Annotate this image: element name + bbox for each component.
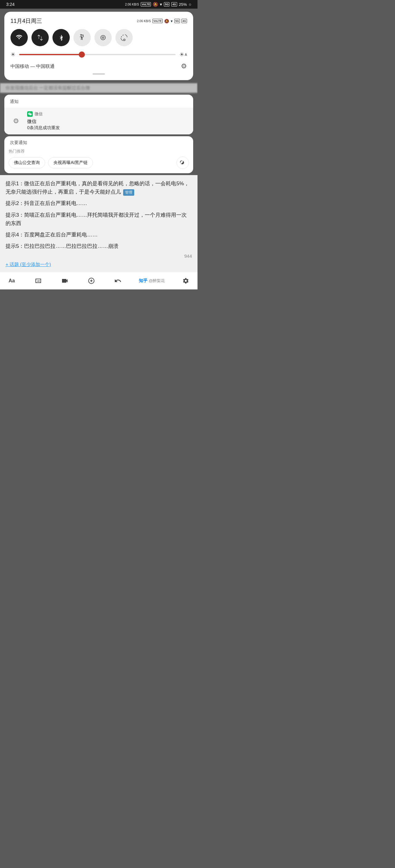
- battery-icon: ○: [189, 2, 191, 7]
- add-icon[interactable]: [86, 275, 97, 286]
- volte-icon: VoLTE: [141, 2, 151, 6]
- signal-4g-icon: 4G: [171, 2, 177, 6]
- video-icon[interactable]: [59, 275, 70, 286]
- qs-mute: 🔕: [164, 19, 169, 24]
- brightness-row: ☀ ☀A: [10, 51, 187, 58]
- hot-buttons-row: 佛山公交查询 央视再曝AI黑产链: [9, 157, 189, 169]
- brightness-slider[interactable]: [19, 54, 176, 55]
- settings-icon[interactable]: ⚙: [181, 62, 187, 70]
- flashlight-toggle[interactable]: [74, 29, 91, 46]
- toolbar-brand-handle: @醉梨花: [149, 278, 165, 284]
- qs-drag-handle: [92, 73, 105, 74]
- qs-5g: 5G: [174, 19, 180, 23]
- status-right-icons: 2.06 KB/S VoLTE 🔕 ▾ 5G 4G 25% ○: [125, 2, 191, 7]
- carrier-text: 中国移动 — 中国联通: [10, 63, 55, 69]
- qs-volte: VoLTE: [152, 19, 163, 23]
- notification-panel: 通知 ⚙ 微信 微信 0条消息成功重发: [4, 95, 193, 134]
- notif-msg-body: 0条消息成功重发: [27, 125, 188, 131]
- hotspot-toggle[interactable]: [94, 29, 112, 46]
- wifi-toggle[interactable]: [10, 29, 28, 46]
- content-paragraph-2: 提示2：抖音正在后台严重耗电……: [5, 199, 192, 208]
- content-paragraph-5: 提示5：巴拉巴拉巴拉……巴拉巴拉巴拉……崩溃: [5, 242, 192, 250]
- secondary-notification-panel: 次要通知 热门推荐 佛山公交查询 央视再曝AI黑产链: [4, 136, 193, 173]
- qs-4g: 4G: [181, 19, 187, 23]
- blurred-partial-text: 你发现微信后台 一定都没有提醒过后台微: [0, 83, 198, 93]
- brightness-low-icon: ☀: [10, 51, 16, 58]
- image-icon[interactable]: [33, 275, 44, 286]
- undo-icon[interactable]: [112, 275, 123, 286]
- content-area: 提示1：微信正在后台严重耗电，真的是看得见的耗，忽略的话，一会耗电5%，无奈只能…: [0, 175, 198, 272]
- notif-settings-icon[interactable]: ⚙: [13, 117, 19, 125]
- brightness-thumb[interactable]: [79, 52, 85, 58]
- brightness-high-icon: ☀A: [179, 51, 187, 58]
- content-paragraph-4: 提示4：百度网盘正在后台严重耗电……: [5, 230, 192, 239]
- notif-msg-title: 微信: [27, 119, 188, 125]
- qs-footer: 中国移动 — 中国联通 ⚙: [10, 62, 187, 70]
- wifi-status-icon: ▾: [160, 2, 162, 7]
- qs-network-speed: 2.06 KB/S: [137, 20, 151, 23]
- toolbar-brand: 知乎 @醉梨花: [139, 278, 165, 284]
- qs-status-icons: 2.06 KB/S VoLTE 🔕 ▾ 5G 4G: [137, 19, 187, 24]
- search-icon-btn[interactable]: [176, 157, 189, 169]
- hot-label: 热门推荐: [9, 149, 189, 154]
- notification-section-title: 通知: [4, 99, 193, 107]
- quick-settings-panel: 11月4日周三 2.06 KB/S VoLTE 🔕 ▾ 5G 4G: [4, 12, 193, 80]
- status-bar: 3:24 2.06 KB/S VoLTE 🔕 ▾ 5G 4G 25% ○: [0, 0, 198, 9]
- bluetooth-toggle[interactable]: [53, 29, 70, 46]
- qs-wifi: ▾: [171, 19, 173, 24]
- toolbar-brand-logo: 知乎: [139, 278, 147, 284]
- mute-icon: 🔕: [153, 2, 158, 7]
- notification-item[interactable]: ⚙ 微信 微信 0条消息成功重发: [4, 107, 193, 134]
- hot-btn-ai[interactable]: 央视再曝AI黑产链: [48, 157, 93, 168]
- hot-btn-bus[interactable]: 佛山公交查询: [9, 157, 45, 168]
- data-toggle[interactable]: [31, 29, 49, 46]
- bottom-toolbar: Aa 知乎 @醉梨花: [0, 272, 198, 289]
- secondary-notif-header: 次要通知: [4, 136, 193, 149]
- notif-app-row: 微信: [27, 111, 188, 117]
- notif-settings-col: ⚙: [9, 111, 23, 131]
- signal-5g-icon: 5G: [164, 2, 169, 6]
- font-style-icon[interactable]: Aa: [6, 275, 17, 286]
- brightness-fill: [19, 54, 82, 55]
- network-speed: 2.06 KB/S: [125, 3, 139, 6]
- content-paragraph-3: 提示3：简喵正在后台严重耗电……拜托简喵我开都没开过，一个月难得用一次的东西: [5, 211, 192, 227]
- qs-date: 11月4日周三: [10, 17, 42, 25]
- hot-section: 热门推荐 佛山公交查询 央视再曝AI黑产链: [4, 149, 193, 173]
- rotate-toggle[interactable]: [115, 29, 133, 46]
- content-paragraph-1: 提示1：微信正在后台严重耗电，真的是看得见的耗，忽略的话，一会耗电5%，无奈只能…: [5, 179, 192, 196]
- notif-app-name: 微信: [34, 111, 43, 117]
- toolbar-settings-icon[interactable]: [180, 275, 191, 286]
- battery-text: 25%: [179, 2, 187, 7]
- notif-content: 微信 微信 0条消息成功重发: [27, 111, 188, 131]
- manage-badge[interactable]: 管理: [123, 189, 134, 196]
- topic-link[interactable]: + 话题 (至少添加一个): [5, 262, 192, 268]
- qs-toggles: [10, 29, 187, 46]
- wechat-app-icon: [27, 111, 33, 117]
- content-counter: 944: [5, 253, 192, 258]
- qs-header: 11月4日周三 2.06 KB/S VoLTE 🔕 ▾ 5G 4G: [10, 17, 187, 25]
- status-time: 3:24: [6, 2, 15, 7]
